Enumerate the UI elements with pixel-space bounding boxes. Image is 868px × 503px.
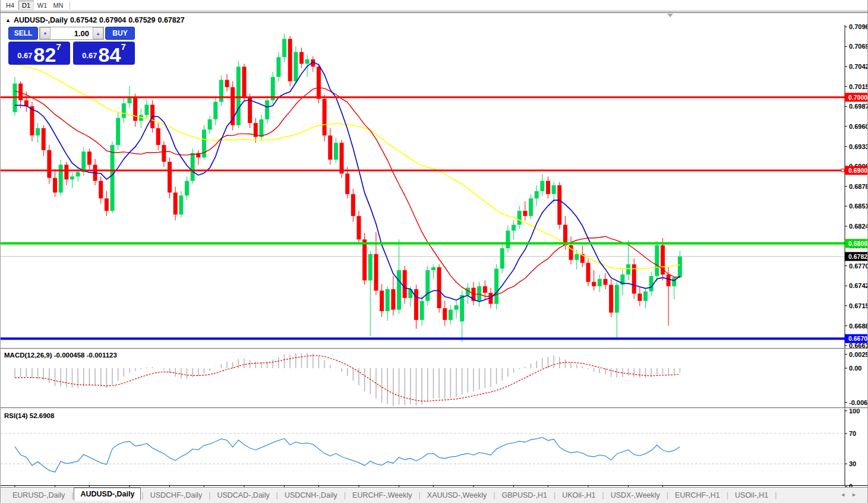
price-axis[interactable]: 0.709650.706950.704200.701500.698750.696… [845,12,868,487]
tab-separator: | [667,491,668,499]
chart-tab-bar: EURUSD-,Daily|AUDUSD-,Daily|USDCHF-,Dail… [1,487,868,503]
buy-price-pip: 7 [121,42,125,52]
tab-separator: | [71,491,73,499]
toolbar-divider [70,2,70,10]
chart-tab-usdcad-daily[interactable]: USDCAD-,Daily [211,490,275,501]
buy-price-prefix: 0.67 [82,51,97,60]
chart-window: 0.709650.706950.704200.701500.698750.696… [1,12,868,487]
tab-separator: | [775,491,777,499]
timeframe-button-mn[interactable]: MN [50,1,66,10]
svg-text:0.70002: 0.70002 [848,94,868,101]
sell-price-display[interactable]: 0.67 82 7 [8,42,70,65]
one-click-trade-panel: SELL ▼ 1.00 ▲ BUY 0.67 82 7 0.67 84 7 [8,27,135,65]
chevron-down-icon: ▼ [43,31,48,36]
tab-separator: | [344,491,346,499]
tab-scroll-buttons: ◄► [840,492,863,498]
svg-text:0.69605: 0.69605 [849,123,868,130]
timeframe-button-w1[interactable]: W1 [34,1,50,10]
buy-price-display[interactable]: 0.67 84 7 [73,42,135,65]
tab-scroll-left-button[interactable]: ◄ [840,492,851,498]
sell-button[interactable]: SELL [8,27,38,40]
tab-separator: | [727,491,728,499]
chart-window-top-border [1,12,868,13]
svg-text:0.67425: 0.67425 [849,282,868,289]
price-chart[interactable]: 0.709650.706950.704200.701500.698750.696… [1,12,868,487]
volume-decrease-button[interactable]: ▼ [40,27,50,39]
sell-price-prefix: 0.67 [17,51,32,60]
tab-separator: | [419,491,421,499]
chart-tab-ukoil-h1[interactable]: UKOil-,H1 [556,490,601,501]
svg-text:0.70695: 0.70695 [849,43,868,50]
rsi-label: RSI(14) 52.6908 [4,412,55,419]
ohlc-high: 0.67904 [99,16,126,24]
svg-text:0.68515: 0.68515 [849,203,868,210]
sell-price-pip: 7 [56,42,61,52]
sell-price-big: 82 [34,47,56,62]
svg-text:-0.006326: -0.006326 [849,399,868,406]
macd-label: MACD(12,26,9) -0.000458 -0.001123 [4,352,117,359]
chart-collapse-arrow-icon[interactable]: ▲ [5,17,11,23]
chart-tab-usdcnh-daily[interactable]: USDCNH-,Daily [279,490,343,501]
timeframe-toolbar: H4D1W1MN [1,0,868,11]
buy-button[interactable]: BUY [105,27,135,40]
chart-tab-usoil-h1[interactable]: USOil-,H1 [729,490,774,501]
line-handle[interactable] [841,169,844,172]
chart-tab-usdchf-daily[interactable]: USDCHF-,Daily [144,490,209,501]
volume-increase-button[interactable]: ▲ [93,27,103,39]
volume-stepper: ▼ 1.00 ▲ [39,27,104,40]
tab-separator: | [554,491,555,499]
tab-scroll-right-button[interactable]: ► [851,492,863,498]
svg-text:70: 70 [849,430,856,437]
chart-tab-audusd-daily[interactable]: AUDUSD-,Daily [74,488,141,501]
svg-text:0.002574: 0.002574 [849,351,868,358]
svg-text:0.68006: 0.68006 [848,240,868,247]
chart-title: ▲AUDUSD-,Daily0.675420.679040.675290.678… [5,16,187,24]
svg-text:0.69330: 0.69330 [849,143,868,150]
chart-tab-eurchf-h1[interactable]: EURCHF-,H1 [669,490,726,501]
svg-text:0.70420: 0.70420 [849,63,868,70]
svg-text:0: 0 [849,483,853,487]
chart-tab-usdx-weekly[interactable]: USDX-,Weekly [605,490,666,501]
svg-text:0.67700: 0.67700 [849,262,868,270]
chart-tab-eurchf-weekly[interactable]: EURCHF-,Weekly [346,490,418,501]
timeframe-button-d1[interactable]: D1 [18,1,34,10]
svg-text:0.70965: 0.70965 [849,23,868,30]
svg-text:0.69003: 0.69003 [848,167,868,174]
chart-tab-eurusd-daily[interactable]: EURUSD-,Daily [7,490,71,501]
svg-text:0.67827: 0.67827 [848,253,868,260]
chart-tab-gbpusd-h1[interactable]: GBPUSD-,H1 [496,490,553,501]
volume-input[interactable]: 1.00 [50,27,93,39]
tab-separator: | [141,491,143,499]
chart-symbol-label: AUDUSD-,Daily [14,16,68,24]
trading-terminal: H4D1W1MN 0.709650.706950.704200.701500.6… [0,0,868,503]
svg-text:30: 30 [849,460,856,467]
tab-separator: | [209,491,210,499]
buy-price-big: 84 [99,47,121,62]
ohlc-open: 0.67542 [70,16,97,24]
svg-text:0.68785: 0.68785 [849,183,868,190]
svg-text:0.70150: 0.70150 [849,83,868,90]
svg-text:0.67155: 0.67155 [849,302,868,309]
chart-tab-xauusd-weekly[interactable]: XAUUSD-,Weekly [421,490,493,501]
chevron-up-icon: ▲ [96,31,100,36]
svg-text:0.68240: 0.68240 [849,223,868,230]
svg-text:0.66880: 0.66880 [849,322,868,330]
tab-separator: | [493,491,495,499]
svg-text:0.69875: 0.69875 [849,103,868,110]
ohlc-close: 0.67827 [157,16,184,24]
svg-text:0.00: 0.00 [849,365,861,372]
svg-text:0.66705: 0.66705 [848,335,868,342]
tab-separator: | [276,491,278,499]
ohlc-low: 0.67529 [128,16,155,24]
tab-separator: | [602,491,604,499]
timeframe-button-h4[interactable]: H4 [2,1,18,10]
